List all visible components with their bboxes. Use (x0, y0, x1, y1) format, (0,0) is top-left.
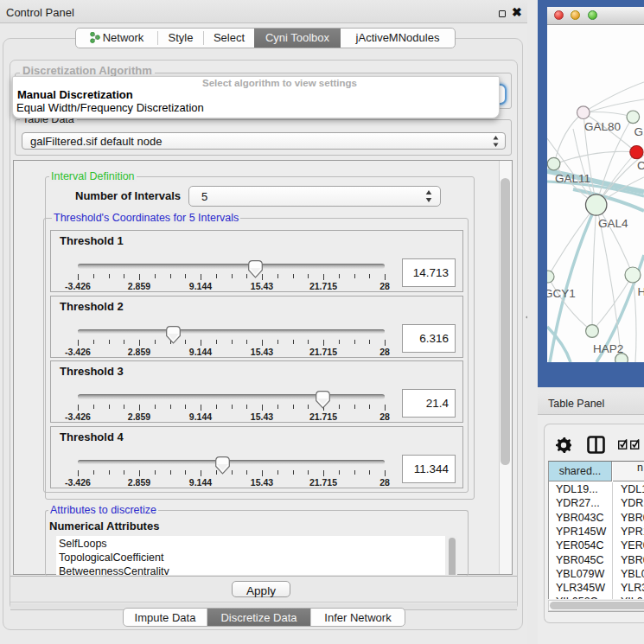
svg-text:HAP2: HAP2 (593, 342, 623, 355)
svg-text:GAL4: GAL4 (598, 217, 628, 230)
svg-text:C: C (637, 159, 644, 172)
svg-text:GAL11: GAL11 (555, 172, 590, 185)
svg-text:H: H (638, 285, 644, 298)
svg-text:GCY1: GCY1 (547, 287, 576, 300)
svg-text:G.: G. (634, 125, 644, 138)
svg-text:GAL80: GAL80 (584, 120, 621, 133)
